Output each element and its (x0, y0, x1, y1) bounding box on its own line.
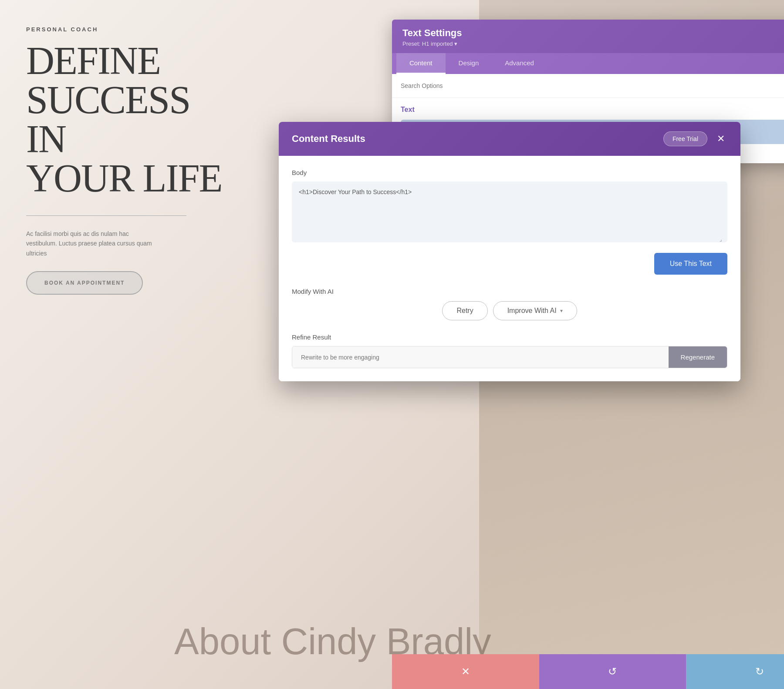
tab-design[interactable]: Design (446, 53, 492, 74)
panel-title: Text Settings (402, 27, 462, 39)
undo-button[interactable]: ↺ (539, 654, 686, 689)
cancel-button[interactable]: ✕ (392, 654, 539, 689)
hero-line2: SUCCESS IN (26, 81, 226, 159)
resize-handle[interactable]: ⌟ (720, 236, 726, 242)
section-header: Text ∧ ⋮ (401, 105, 784, 114)
improve-label: Improve With AI (507, 307, 557, 315)
content-results-modal: Content Results Free Trial ✕ Body <h1>Di… (279, 122, 740, 381)
free-trial-badge[interactable]: Free Trial (663, 131, 707, 146)
close-icon[interactable]: ✕ (714, 132, 727, 145)
book-appointment-button[interactable]: BOOK AN APPOINTMENT (26, 271, 143, 295)
panel-tabs: Content Design Advanced (392, 53, 784, 74)
modal-header: Content Results Free Trial ✕ (279, 122, 740, 156)
body-text: Ac facilisi morbi quis ac dis nulam hac … (26, 229, 157, 258)
retry-button[interactable]: Retry (442, 301, 487, 320)
hero-line1: DEFINE (26, 41, 226, 81)
use-text-row: Use This Text (292, 253, 727, 283)
modal-body: Body <h1>Discover Your Path to Success</… (279, 156, 740, 381)
panel-preset[interactable]: Preset: H1 imported ▾ (402, 40, 462, 47)
redo-button[interactable]: ↻ (686, 654, 784, 689)
modify-label: Modify With AI (292, 288, 727, 295)
hero-line3: YOUR LIFE (26, 159, 226, 198)
panel-header: Text Settings Preset: H1 imported ▾ ⊙ ⊞ … (392, 20, 784, 53)
modal-header-right: Free Trial ✕ (663, 131, 727, 146)
refine-label: Refine Result (292, 333, 727, 341)
page-content-left: PERSONAL COACH DEFINE SUCCESS IN YOUR LI… (0, 0, 253, 689)
regenerate-button[interactable]: Regenerate (669, 346, 727, 368)
search-input[interactable] (401, 82, 784, 89)
improve-chevron-icon: ▾ (560, 308, 563, 314)
modify-buttons: Retry Improve With AI ▾ (292, 301, 727, 320)
tab-advanced[interactable]: Advanced (492, 53, 547, 74)
refine-input-row: Regenerate (292, 346, 727, 368)
divider-line (26, 215, 186, 216)
panel-title-area: Text Settings Preset: H1 imported ▾ (402, 27, 462, 47)
refine-input[interactable] (292, 346, 669, 368)
hero-title: DEFINE SUCCESS IN YOUR LIFE (26, 41, 226, 198)
textarea-wrapper: <h1>Discover Your Path to Success</h1> ⌟ (292, 181, 727, 244)
bottom-toolbar: ✕ ↺ ↻ ✓ (392, 654, 784, 689)
body-section-label: Body (292, 169, 727, 176)
use-this-text-button[interactable]: Use This Text (654, 253, 727, 275)
section-title-text: Text (401, 106, 415, 114)
search-bar: + Filter (392, 74, 784, 98)
improve-with-ai-button[interactable]: Improve With AI ▾ (493, 301, 577, 320)
modify-section: Modify With AI Retry Improve With AI ▾ (292, 288, 727, 320)
tab-content[interactable]: Content (396, 53, 446, 74)
personal-coach-label: PERSONAL COACH (26, 26, 226, 33)
refine-section: Refine Result Regenerate (292, 333, 727, 368)
modal-title: Content Results (292, 133, 365, 145)
body-textarea[interactable]: <h1>Discover Your Path to Success</h1> (292, 181, 727, 242)
